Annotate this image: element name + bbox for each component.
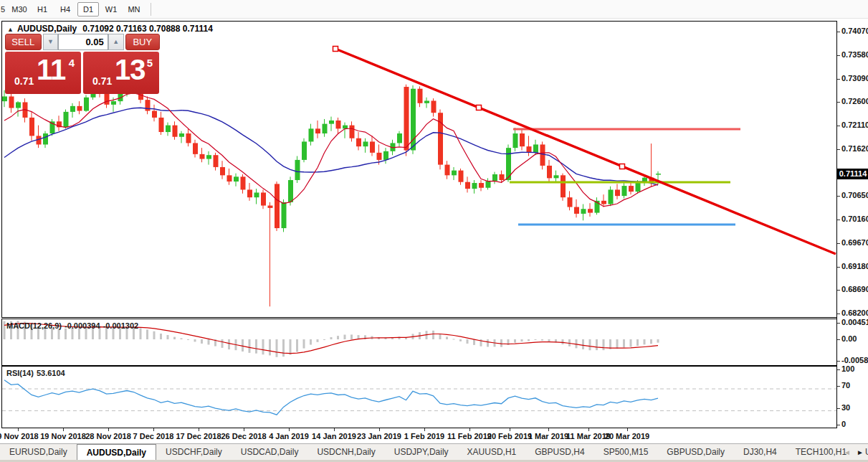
macd-label: MACD(12,26,9)-0.000394-0.001302 [6,321,141,330]
candle [424,100,429,103]
sell-price-big: 11 [37,54,65,86]
candle [159,118,164,132]
date-tick [199,428,199,431]
macd-histogram-bar [228,339,230,349]
macd-histogram-bar [650,339,652,344]
candle [479,183,484,188]
candle [615,189,620,196]
volume-decrease-button[interactable]: ▼ [43,34,59,50]
chart-tab-USDCNH-Daily[interactable]: USDCNH,Daily [307,444,384,460]
timeframe-button-H4[interactable]: H4 [54,2,76,16]
chart-tab-XAUUSD-H1[interactable]: XAUUSD,H1 [458,444,526,460]
candle [43,133,48,144]
trendline-marker[interactable] [333,47,338,52]
timeframe-button-D1[interactable]: D1 [77,2,99,16]
trendline-marker[interactable] [620,164,625,169]
trendline-marker[interactable] [477,105,482,110]
ohlc-values: 0.71092 0.71163 0.70888 0.71114 [82,24,213,34]
volume-increase-button[interactable]: ▲ [108,34,124,50]
chart-tab-GBPUSD-H4[interactable]: GBPUSD,H4 [525,444,593,460]
current-price-tag: 0.71114 [837,169,868,179]
candle [527,146,532,153]
timeframe-button-5[interactable]: 5 [0,2,7,16]
macd-panel[interactable]: MACD(12,26,9)-0.000394-0.001302 [1,319,836,366]
macd-histogram-bar [187,339,189,340]
sell-price-panel[interactable]: 0.71 11 4 [5,52,81,94]
axis-tick [837,102,840,103]
chart-tab-AUDUSD-Daily[interactable]: AUDUSD,Daily [77,444,156,460]
price-axis: 0.71114 0.740700.735800.730900.726000.72… [836,21,868,428]
timeframe-button-MN[interactable]: MN [123,2,145,16]
chart-tab-USDJPY-Daily[interactable]: USDJPY,Daily [385,444,458,460]
macd-histogram-bar [623,339,625,347]
buy-price-sup: 5 [147,57,153,69]
macd-histogram-bar [548,339,550,341]
axis-tick [837,408,840,409]
rsi-panel[interactable]: RSI(14)53.6104 [1,366,836,428]
candle [193,143,198,154]
collapse-triangle-icon[interactable]: ▲ [7,26,14,33]
macd-histogram-bar [589,339,591,350]
date-tick [588,428,589,431]
candle [377,153,382,160]
buy-price-panel[interactable]: 0.71 13 5 [83,52,159,94]
candle [261,192,266,205]
tab-scroll-left-button[interactable]: ◄ [842,444,852,460]
chart-panel[interactable]: ▲AUDUSD,Daily0.71092 0.71163 0.70888 0.7… [1,21,836,318]
macd-histogram-bar [473,339,475,345]
macd-histogram-bar [290,339,292,355]
sell-button[interactable]: SELL [5,34,42,50]
scroll-left-icon: ◄ [844,448,851,456]
macd-histogram-bar [500,339,502,347]
timeframe-button-H1[interactable]: H1 [32,2,53,16]
macd-histogram-bar [317,339,319,342]
price-axis-label: 0.69180 [841,262,868,270]
chart-tab-EURUSD-Daily[interactable]: EURUSD,Daily [0,444,77,460]
sell-price-prefix: 0.71 [14,75,34,87]
macd-histogram-bar [4,321,6,339]
timeframe-button-M30[interactable]: M30 [9,2,30,16]
candle [636,183,641,192]
macd-histogram-bar [603,339,605,350]
macd-histogram-bar [636,339,639,346]
candle [609,189,614,204]
macd-histogram-bar [528,339,530,341]
macd-histogram-bar [58,329,60,339]
axis-tick [837,196,840,197]
macd-histogram-bar [65,329,67,339]
axis-tick [837,32,840,32]
candle [356,138,361,146]
descending-trendline[interactable] [335,49,836,254]
one-click-trade-widget: SELL ▼ 0.05 ▲ BUY 0.71 11 4 0.71 13 5 [5,34,160,94]
buy-button[interactable]: BUY [125,34,161,50]
candle [656,174,661,174]
chart-tab-GBPUSD-Daily[interactable]: GBPUSD,Daily [657,444,734,460]
date-label: 7 Dec 2018 [133,432,174,440]
rsi-axis-label: 100 [841,364,854,373]
date-label: 19 Nov 2018 [40,432,86,440]
tab-scroll-right-button[interactable]: ► [855,444,865,460]
candle [2,96,7,101]
macd-histogram-bar [630,339,632,347]
candle [520,133,525,146]
chart-tab-USDCAD-Daily[interactable]: USDCAD,Daily [232,444,308,460]
candle [323,124,328,133]
candle [383,151,388,160]
date-tick [334,428,335,431]
macd-histogram-bar [487,339,489,346]
timeframe-button-W1[interactable]: W1 [100,2,122,16]
axis-tick [837,290,840,291]
volume-input[interactable]: 0.05 [58,34,108,50]
candle [350,126,355,138]
chart-tab-SP500-M15[interactable]: SP500,M15 [594,444,658,460]
macd-histogram-bar [242,339,244,352]
chart-tab-USDCHF-Daily[interactable]: USDCHF,Daily [156,444,232,460]
date-tick [510,428,510,431]
macd-histogram-bar [596,339,598,350]
macd-histogram-bar [350,334,353,339]
date-label: 23 Jan 2019 [357,432,401,440]
date-tick [63,428,64,431]
axis-tick [837,55,840,56]
chart-tab-DJ30-H4[interactable]: DJ30,H4 [734,444,786,460]
macd-histogram-bar [657,339,659,343]
